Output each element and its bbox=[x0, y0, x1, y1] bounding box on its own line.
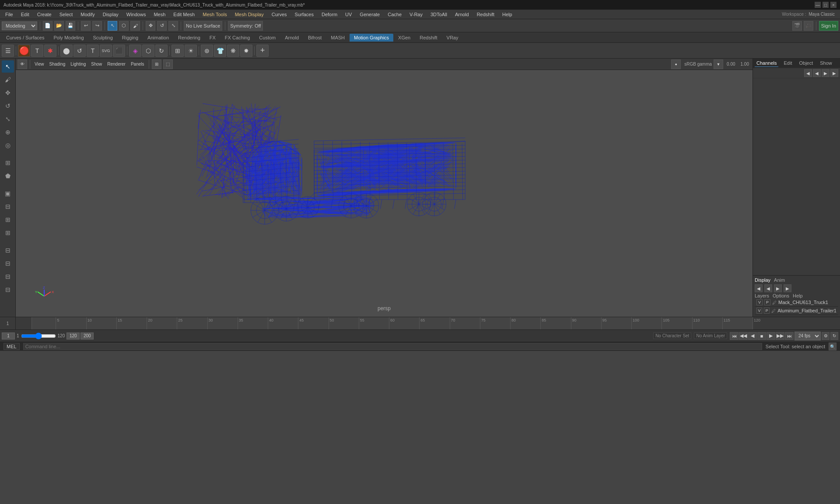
help-option[interactable]: Help bbox=[793, 293, 803, 298]
select-tool[interactable]: ↖ bbox=[2, 60, 14, 73]
menu-create[interactable]: Create bbox=[34, 11, 55, 18]
minimize-button[interactable]: — bbox=[815, 2, 821, 8]
display-options[interactable]: ⊟ bbox=[2, 244, 14, 256]
cb-tab-channels[interactable]: Channels bbox=[755, 60, 778, 67]
paint-select-tool[interactable]: 🖌 bbox=[2, 74, 14, 86]
shelf-icon-2[interactable]: T bbox=[31, 45, 43, 57]
shelf-svg-icon[interactable]: SVG bbox=[100, 45, 112, 57]
layout-3[interactable]: ⊞ bbox=[2, 214, 14, 226]
vp-shading-menu[interactable]: Shading bbox=[48, 61, 67, 67]
timeline[interactable]: 1 51015202530354045505560657075808590951… bbox=[0, 317, 840, 330]
tab-redshift[interactable]: Redshift bbox=[415, 34, 441, 42]
layer-p-truck[interactable]: P bbox=[764, 299, 770, 305]
layer-vis-truck[interactable]: V bbox=[756, 299, 763, 305]
timeline-track[interactable]: 5101520253035404550556065707580859095100… bbox=[32, 317, 752, 329]
fps-selector[interactable]: 24 fps 30 fps 60 fps bbox=[794, 332, 821, 340]
display-options-3[interactable]: ⊟ bbox=[2, 270, 14, 283]
shelf-sphere-icon[interactable]: ⬤ bbox=[60, 45, 73, 57]
display-options-4[interactable]: ⊟ bbox=[2, 284, 14, 296]
menu-modify[interactable]: Modify bbox=[77, 11, 98, 18]
menu-mesh-tools[interactable]: Mesh Tools bbox=[199, 11, 230, 18]
menu-edit-mesh[interactable]: Edit Mesh bbox=[170, 11, 198, 18]
close-button[interactable]: × bbox=[830, 2, 836, 8]
da-btn-2[interactable]: ◀ bbox=[764, 284, 772, 292]
da-btn-4[interactable]: ▶ bbox=[784, 284, 791, 292]
tab-motion-graphics[interactable]: Motion Graphics bbox=[350, 34, 393, 42]
vp-panels-menu[interactable]: Panels bbox=[129, 61, 146, 67]
symmetry-label[interactable]: Symmetry: Off bbox=[228, 21, 263, 31]
shelf-icon-1[interactable]: 🔴 bbox=[18, 45, 30, 57]
display-tab[interactable]: Display bbox=[755, 277, 770, 283]
render-button[interactable]: 🎬 bbox=[792, 21, 802, 31]
layer-p-trailer[interactable]: P bbox=[764, 308, 770, 314]
no-character-set-label[interactable]: No Character Set bbox=[653, 332, 691, 339]
menu-select[interactable]: Select bbox=[56, 11, 77, 18]
shelf-text-icon[interactable]: T bbox=[87, 45, 99, 57]
sign-in-button[interactable]: Sign In bbox=[819, 21, 838, 31]
layout-1[interactable]: ▣ bbox=[2, 187, 14, 200]
skip-to-end-button[interactable]: ⏭ bbox=[785, 332, 794, 340]
menu-curves[interactable]: Curves bbox=[268, 11, 290, 18]
playback-settings[interactable]: ⚙ bbox=[822, 332, 830, 340]
snap-point-tool[interactable]: ⬟ bbox=[2, 170, 14, 182]
menu-3dtoall[interactable]: 3DToAll bbox=[427, 11, 451, 18]
skip-to-start-button[interactable]: ⏮ bbox=[730, 332, 738, 340]
vp-color-mode[interactable]: ● bbox=[671, 60, 681, 69]
move-tool-button[interactable]: ✥ bbox=[146, 21, 155, 31]
cb-tab-show[interactable]: Show bbox=[818, 60, 834, 67]
menu-redshift[interactable]: Redshift bbox=[473, 11, 498, 18]
stop-button[interactable]: ■ bbox=[757, 332, 766, 340]
vp-color-settings[interactable]: ▼ bbox=[714, 60, 723, 69]
cb-control-4[interactable]: ▶ bbox=[830, 69, 838, 77]
vp-view-menu[interactable]: View bbox=[33, 61, 46, 67]
open-scene-button[interactable]: 📂 bbox=[54, 21, 64, 31]
vp-renderer-menu[interactable]: Renderer bbox=[105, 61, 127, 67]
shelf-plus-icon[interactable]: + bbox=[256, 45, 269, 57]
vp-grid-icon[interactable]: ⊞ bbox=[152, 60, 161, 69]
vp-lighting-menu[interactable]: Lighting bbox=[69, 61, 88, 67]
rotate-tool[interactable]: ↺ bbox=[2, 100, 14, 112]
frame-range-slider[interactable] bbox=[21, 333, 56, 339]
new-scene-button[interactable]: 📄 bbox=[43, 21, 52, 31]
shelf-sun-icon[interactable]: ☀ bbox=[185, 45, 197, 57]
tab-fx[interactable]: FX bbox=[205, 34, 220, 42]
persp-camera[interactable]: 👁 bbox=[18, 60, 27, 69]
anim-end-input[interactable] bbox=[66, 332, 80, 340]
vp-frame-all[interactable]: ⬚ bbox=[163, 60, 173, 69]
cb-control-1[interactable]: ◀ bbox=[804, 69, 812, 77]
soft-mod-tool[interactable]: ◎ bbox=[2, 139, 14, 151]
maximize-button[interactable]: □ bbox=[822, 2, 829, 8]
menu-mesh-display[interactable]: Mesh Display bbox=[231, 11, 267, 18]
tab-fx-caching[interactable]: FX Caching bbox=[220, 34, 254, 42]
menu-deform[interactable]: Deform bbox=[318, 11, 341, 18]
step-back-button[interactable]: ◀◀ bbox=[739, 332, 748, 340]
tab-animation[interactable]: Animation bbox=[143, 34, 173, 42]
shelf-icon-12[interactable]: ✸ bbox=[240, 45, 252, 57]
layers-option[interactable]: Layers bbox=[755, 293, 769, 298]
select-tool-button[interactable]: ↖ bbox=[108, 21, 117, 31]
menu-edit[interactable]: Edit bbox=[18, 11, 33, 18]
menu-display[interactable]: Display bbox=[99, 11, 122, 18]
undo-button[interactable]: ↩ bbox=[81, 21, 91, 31]
shelf-icon-10[interactable]: 👕 bbox=[214, 45, 226, 57]
tab-xgen[interactable]: XGen bbox=[394, 34, 415, 42]
cb-control-3[interactable]: ▶ bbox=[822, 69, 830, 77]
tab-poly-modeling[interactable]: Poly Modeling bbox=[49, 34, 88, 42]
snap-grid-tool[interactable]: ⊞ bbox=[2, 157, 14, 169]
shelf-icon-5[interactable]: ◈ bbox=[129, 45, 141, 57]
menu-windows[interactable]: Windows bbox=[123, 11, 150, 18]
tab-rendering[interactable]: Rendering bbox=[174, 34, 205, 42]
scale-tool-button[interactable]: ⤡ bbox=[168, 21, 178, 31]
tab-curves-surfaces[interactable]: Curves / Surfaces bbox=[2, 34, 49, 42]
menu-cache[interactable]: Cache bbox=[384, 11, 405, 18]
shelf-icon-9[interactable]: ⊛ bbox=[201, 45, 213, 57]
tab-mash[interactable]: MASH bbox=[326, 34, 349, 42]
play-back-button[interactable]: ◀ bbox=[748, 332, 757, 340]
menu-arnold[interactable]: Arnold bbox=[452, 11, 472, 18]
da-btn-3[interactable]: ▶ bbox=[774, 284, 782, 292]
layout-4[interactable]: ⊞ bbox=[2, 227, 14, 239]
search-button[interactable]: 🔍 bbox=[829, 343, 836, 350]
menu-mesh[interactable]: Mesh bbox=[150, 11, 169, 18]
playback-loop[interactable]: ↻ bbox=[830, 332, 838, 340]
lasso-select-button[interactable]: ⬡ bbox=[119, 21, 129, 31]
